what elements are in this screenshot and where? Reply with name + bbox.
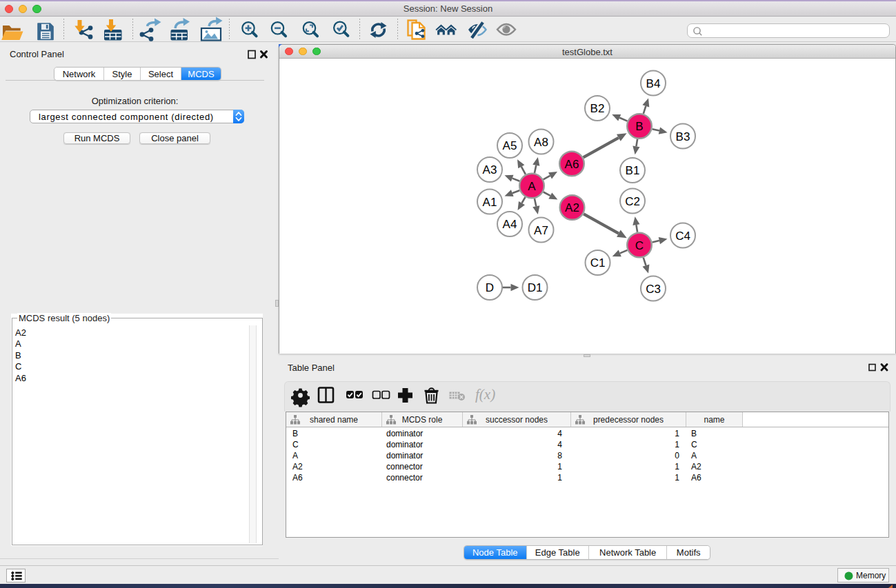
svg-text:A5: A5 [503, 139, 517, 152]
svg-text:A3: A3 [483, 163, 497, 176]
svg-text:A6: A6 [565, 158, 579, 171]
svg-text:A: A [528, 180, 536, 193]
svg-text:A4: A4 [503, 218, 517, 231]
svg-text:B: B [635, 120, 643, 133]
svg-text:B2: B2 [590, 102, 605, 115]
svg-text:A1: A1 [483, 196, 497, 209]
svg-text:C4: C4 [675, 230, 690, 243]
svg-text:C3: C3 [646, 283, 661, 296]
svg-text:C: C [635, 239, 644, 252]
svg-text:B1: B1 [626, 164, 640, 177]
svg-text:B4: B4 [646, 77, 661, 90]
svg-text:B3: B3 [676, 130, 690, 143]
svg-text:C1: C1 [590, 256, 606, 270]
svg-text:A2: A2 [565, 201, 579, 214]
svg-text:A8: A8 [534, 136, 548, 149]
svg-text:D1: D1 [528, 281, 543, 294]
svg-text:C2: C2 [625, 195, 640, 208]
svg-text:A7: A7 [534, 224, 548, 237]
svg-text:D: D [486, 281, 494, 294]
